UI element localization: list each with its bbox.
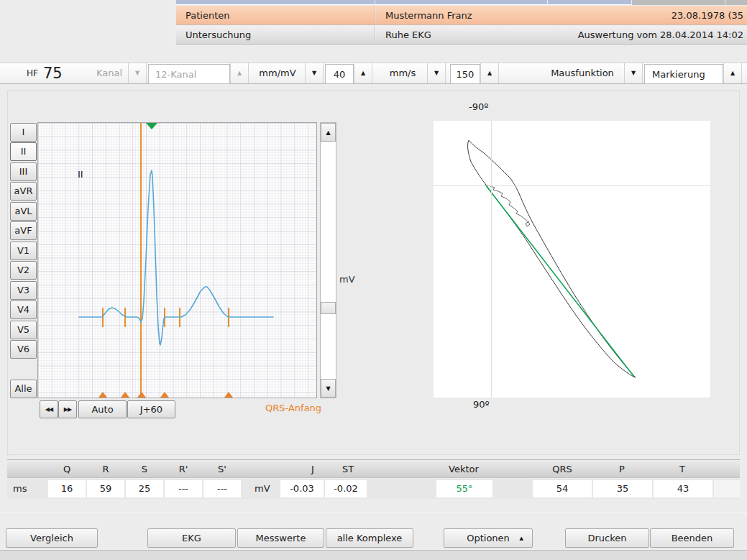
scroll-thumb[interactable] xyxy=(321,302,336,314)
kanal-value-box[interactable]: 12-Kanal xyxy=(148,64,230,84)
col-s: S xyxy=(123,460,166,479)
alle-komplexe-button[interactable]: alle Komplexe xyxy=(326,528,413,548)
col-t: T xyxy=(661,460,704,479)
menu-up-icon: ▲ xyxy=(520,530,523,548)
lead-button-V6[interactable]: V6 xyxy=(10,340,37,359)
bottom-strip xyxy=(0,550,747,560)
messwerte-button[interactable]: Messwerte xyxy=(237,528,324,548)
value-s: 25 xyxy=(126,480,163,497)
vector-axis-top-label: -90º xyxy=(469,101,488,112)
speed-value-box[interactable]: 150 xyxy=(450,64,480,84)
col-st: ST xyxy=(326,460,370,479)
ekg-button[interactable]: EKG xyxy=(147,528,236,548)
previous-beat-button[interactable]: ◀◀ xyxy=(40,400,58,418)
ms-unit-label: ms xyxy=(13,480,27,497)
beat-marker-icon[interactable] xyxy=(121,392,129,398)
lead-button-aVL[interactable]: aVL xyxy=(10,202,37,221)
exam-row-label: Untersuchung xyxy=(185,26,251,45)
value-j: -0.03 xyxy=(280,480,324,497)
patient-row[interactable]: Patienten Mustermann Franz 23.08.1978 (3… xyxy=(176,6,747,25)
lead-button-II[interactable]: II xyxy=(10,142,37,161)
header-scrolled-row-strip xyxy=(176,0,747,5)
gain-chevron-down-icon[interactable]: ▼ xyxy=(305,63,324,83)
patient-header: Patienten Mustermann Franz 23.08.1978 (3… xyxy=(176,0,747,45)
mouse-function-chevron-down-icon[interactable]: ▼ xyxy=(624,63,643,83)
y-axis-unit-label: mV xyxy=(339,274,355,285)
j60-button[interactable]: J+60 xyxy=(127,400,175,418)
col-q: Q xyxy=(45,460,88,479)
patient-birthdate: 23.08.1978 (35 xyxy=(672,6,743,25)
mouse-function-chevron-up-icon[interactable]: ▲ xyxy=(723,63,742,83)
scroll-up-icon[interactable]: ▲ xyxy=(321,123,336,142)
exam-row[interactable]: Untersuchung Ruhe EKG Auswertung vom 28.… xyxy=(176,26,747,45)
value-p: 35 xyxy=(593,480,652,497)
kanal-chevron-down-icon[interactable]: ▼ xyxy=(128,63,147,83)
speed-chevron-up-icon[interactable]: ▲ xyxy=(480,63,499,83)
auto-button[interactable]: Auto xyxy=(78,400,127,418)
value-r2: --- xyxy=(165,480,202,497)
value-t: 43 xyxy=(654,480,712,497)
hf-label: HF xyxy=(24,63,40,83)
kanal-chevron-up-icon[interactable]: ▲ xyxy=(230,63,249,83)
lead-button-V4[interactable]: V4 xyxy=(10,300,37,319)
trigger-marker-icon[interactable] xyxy=(146,123,157,129)
lead-button-alle[interactable]: Alle xyxy=(10,380,37,398)
beat-marker-icon[interactable] xyxy=(98,392,107,398)
gain-value-box[interactable]: 40 xyxy=(325,64,354,84)
next-beat-button[interactable]: ▶▶ xyxy=(58,400,77,418)
chart-lead-label: II xyxy=(78,169,83,180)
col-p: P xyxy=(600,460,643,479)
col-vektor: Vektor xyxy=(435,460,492,479)
vergleich-button[interactable]: Vergleich xyxy=(6,528,98,548)
optionen-button[interactable]: Optionen ▲ xyxy=(444,528,533,548)
beat-marker-icon[interactable] xyxy=(137,392,146,398)
value-st: -0.02 xyxy=(325,480,367,497)
value-vektor: 55° xyxy=(436,480,492,497)
value-q: 16 xyxy=(48,480,86,497)
vector-crosshair-horizontal xyxy=(434,185,710,186)
value-empty xyxy=(714,480,740,497)
vector-loop xyxy=(434,121,710,398)
gain-chevron-up-icon[interactable]: ▲ xyxy=(354,63,372,83)
lead-button-III[interactable]: III xyxy=(10,162,37,181)
patient-name: Mustermann Franz xyxy=(385,6,472,25)
kanal-label: Kanal xyxy=(91,63,128,83)
col-r: R xyxy=(84,460,127,479)
col-r2: R' xyxy=(162,460,205,479)
ecg-vertical-scrollbar[interactable]: ▲ ▼ xyxy=(320,122,336,398)
lead-button-aVR[interactable]: aVR xyxy=(10,182,37,201)
mouse-function-value-box[interactable]: Markierung xyxy=(644,64,723,84)
lead-button-V5[interactable]: V5 xyxy=(10,321,37,339)
hf-value: 75 xyxy=(40,63,69,83)
beenden-button[interactable]: Beenden xyxy=(650,528,734,548)
vector-loop-panel[interactable] xyxy=(434,121,710,398)
exam-date: Auswertung vom 28.04.2014 14:02 xyxy=(578,26,743,45)
exam-type: Ruhe EKG xyxy=(385,26,431,45)
measurement-value-row: ms 16 59 25 --- --- mV -0.03 -0.02 55° 5… xyxy=(7,479,740,499)
speed-label: mm/s xyxy=(381,63,424,83)
lead-button-V2[interactable]: V2 xyxy=(10,261,37,280)
col-s2: S' xyxy=(201,460,244,479)
gain-label: mm/mV xyxy=(252,63,303,83)
lead-button-V3[interactable]: V3 xyxy=(10,281,37,300)
toolbar: HF 75 Kanal ▼ 12-Kanal ▲ mm/mV ▼ 40 ▲ mm… xyxy=(0,63,747,84)
mouse-function-label: Mausfunktion xyxy=(544,63,621,83)
ecg-chart[interactable]: II xyxy=(37,122,317,398)
scroll-down-icon[interactable]: ▼ xyxy=(321,379,336,398)
value-s2: --- xyxy=(203,480,241,497)
patient-row-label: Patienten xyxy=(185,6,230,25)
lead-button-I[interactable]: I xyxy=(10,123,37,142)
lead-button-aVF[interactable]: aVF xyxy=(10,221,37,240)
drucken-button[interactable]: Drucken xyxy=(565,528,649,548)
cursor-mode-label: QRS-Anfang xyxy=(265,403,321,413)
lead-button-V1[interactable]: V1 xyxy=(10,242,37,260)
value-r: 59 xyxy=(87,480,124,497)
vector-axis-bottom-label: 90º xyxy=(473,399,490,410)
beat-marker-icon[interactable] xyxy=(160,392,169,398)
ecg-waveform xyxy=(38,123,316,398)
optionen-button-label: Optionen xyxy=(467,533,510,543)
beat-marker-icon[interactable] xyxy=(224,392,233,398)
mv-unit-label: mV xyxy=(255,480,270,497)
speed-chevron-down-icon[interactable]: ▼ xyxy=(427,63,446,83)
separator xyxy=(0,513,747,513)
